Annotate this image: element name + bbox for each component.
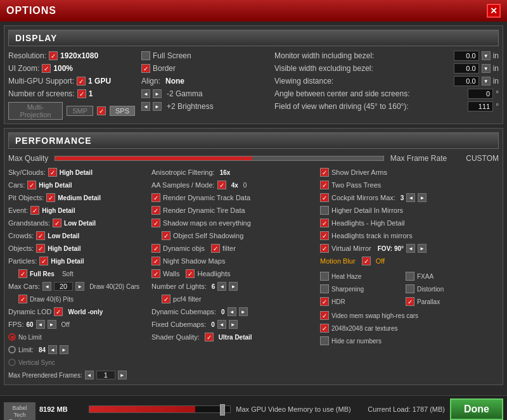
gamma-right-btn[interactable]: ►	[153, 89, 162, 98]
fov-input[interactable]	[468, 101, 493, 111]
dynobjs-checkbox[interactable]	[151, 244, 160, 253]
pit-checkbox[interactable]	[46, 193, 55, 202]
aa-checkbox[interactable]	[217, 181, 226, 189]
soft-label: Soft	[62, 270, 74, 277]
heathaze-checkbox[interactable]	[320, 272, 329, 281]
fps-spinner-left[interactable]: ◄	[36, 320, 45, 329]
virtualmirror-checkbox[interactable]	[320, 244, 329, 253]
angle-input[interactable]	[468, 89, 493, 99]
objshadow-checkbox[interactable]	[162, 231, 170, 240]
numlights-spinner-left[interactable]: ◄	[217, 282, 226, 291]
fxaa-checkbox[interactable]	[406, 272, 414, 281]
maxpre-value: 1	[96, 371, 115, 379]
drawpits-checkbox[interactable]	[18, 295, 27, 303]
numscreens-value: 1	[89, 89, 93, 98]
dyncubemaps-spinner-left[interactable]: ◄	[228, 307, 236, 316]
crowds-checkbox[interactable]	[36, 231, 45, 240]
event-checkbox[interactable]	[30, 206, 39, 215]
brightness-right-btn[interactable]: ►	[153, 102, 162, 111]
monitorwidth-input[interactable]	[454, 51, 479, 61]
filter-checkbox[interactable]	[211, 244, 220, 253]
grandstands-checkbox[interactable]	[53, 219, 61, 227]
walls-checkbox[interactable]	[151, 269, 160, 278]
hdr-checkbox[interactable]	[320, 297, 329, 306]
viewdist-spinner[interactable]: ▼	[482, 77, 491, 86]
border-checkbox[interactable]	[141, 64, 150, 73]
sps-checkbox[interactable]	[97, 106, 106, 115]
vmir-left[interactable]: ◄	[406, 244, 415, 253]
objects-checkbox[interactable]	[36, 244, 45, 253]
done-button[interactable]: Done	[450, 398, 503, 420]
headlightstrack-checkbox[interactable]	[320, 231, 329, 240]
aa-mode-value: 0	[243, 182, 247, 189]
higherdetailmirrors-checkbox[interactable]	[320, 206, 329, 215]
visiblewidth-input[interactable]	[454, 63, 479, 73]
fullres-checkbox[interactable]	[18, 269, 27, 278]
cockpitmirrors-left[interactable]: ◄	[406, 193, 415, 202]
multigpu-checkbox[interactable]	[77, 77, 86, 86]
numlights-spinner-right[interactable]: ►	[229, 282, 238, 291]
sharpening-checkbox[interactable]	[320, 284, 329, 293]
vmir-right[interactable]: ►	[418, 244, 427, 253]
dyncubemaps-spinner-right[interactable]: ►	[239, 307, 248, 316]
visiblewidth-spinner[interactable]: ▼	[482, 64, 491, 73]
framerate-limit-radio[interactable]	[8, 346, 16, 353]
nightshadow-checkbox[interactable]	[151, 257, 160, 265]
textures2048-checkbox[interactable]	[320, 324, 329, 333]
max-quality-label: Max Quality	[8, 154, 48, 163]
renderdyntrack-checkbox[interactable]	[151, 193, 160, 202]
cars-checkbox[interactable]	[27, 181, 36, 189]
headlightshd-checkbox[interactable]	[320, 219, 329, 227]
cockpitmirrors-right[interactable]: ►	[418, 193, 427, 202]
dynlod-checkbox[interactable]	[54, 307, 63, 316]
shadowmaps-checkbox[interactable]	[151, 219, 160, 227]
fixedcubemaps-spinner-right[interactable]: ►	[229, 320, 238, 329]
viewdist-input[interactable]	[454, 76, 479, 86]
fixedcubemaps-spinner-left[interactable]: ◄	[217, 320, 226, 329]
aa-label: AA Samples / Mode:	[151, 181, 215, 189]
headlights2-checkbox[interactable]	[186, 269, 195, 278]
virtualmirror-fov: FOV: 90°	[378, 245, 404, 252]
custom-label: CUSTOM	[466, 154, 499, 163]
sky-label: Sky/Clouds:	[8, 169, 46, 176]
parallax-checkbox[interactable]	[406, 297, 414, 306]
grandstands-value: Low Detail	[64, 220, 96, 227]
maxpre-spinner-left[interactable]: ◄	[85, 371, 94, 379]
hidecarnumbers-checkbox[interactable]	[320, 336, 329, 345]
monitorwidth-spinner[interactable]: ▼	[482, 51, 491, 60]
cockpitmirrors-checkbox[interactable]	[320, 193, 329, 202]
close-button[interactable]: ✕	[487, 4, 501, 18]
maxcars-spinner-right[interactable]: ►	[75, 282, 84, 291]
smp-btn[interactable]: SMP	[67, 106, 93, 116]
brightness-left-btn[interactable]: ◄	[141, 102, 150, 111]
cockpitmirrors-max: 3	[401, 194, 404, 201]
gamma-left-btn[interactable]: ◄	[141, 89, 150, 98]
fps-spinner-right[interactable]: ►	[48, 320, 56, 329]
objects-label: Objects:	[8, 245, 34, 252]
multiprojection-btn[interactable]: Multi-Projection	[8, 102, 63, 120]
framerate-nolimit-radio[interactable]	[8, 333, 16, 341]
limit-spinner-right[interactable]: ►	[60, 345, 68, 354]
renderdyntire-checkbox[interactable]	[151, 206, 160, 215]
distortion-checkbox[interactable]	[406, 284, 414, 293]
motionblur-checkbox[interactable]	[362, 257, 371, 265]
maxpre-spinner-right[interactable]: ►	[118, 371, 127, 379]
sps-btn[interactable]: SPS	[110, 106, 135, 116]
fullscreen-checkbox[interactable]	[141, 51, 150, 60]
vertsync-radio[interactable]	[8, 359, 16, 366]
shaderquality-checkbox[interactable]	[205, 333, 214, 341]
sharpening-label: Sharpening	[331, 286, 364, 293]
sky-checkbox[interactable]	[48, 168, 57, 177]
videomemswap-checkbox[interactable]	[320, 311, 329, 320]
resolution-label: Resolution:	[8, 51, 46, 60]
dyncubemaps-value: 0	[221, 309, 225, 315]
particles-checkbox[interactable]	[39, 257, 48, 265]
numscreens-checkbox[interactable]	[77, 89, 86, 98]
showdriverarms-checkbox[interactable]	[320, 168, 329, 177]
twopasstrees-checkbox[interactable]	[320, 181, 329, 189]
resolution-checkbox[interactable]	[49, 51, 58, 60]
uizoom-checkbox[interactable]	[42, 64, 51, 73]
pcf4-checkbox[interactable]	[162, 295, 170, 303]
limit-spinner-left[interactable]: ◄	[48, 345, 57, 354]
maxcars-spinner-left[interactable]: ◄	[42, 282, 51, 291]
